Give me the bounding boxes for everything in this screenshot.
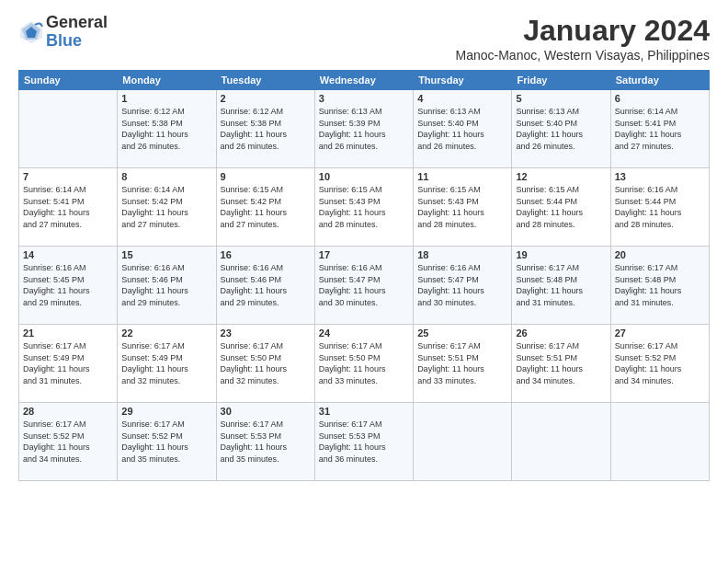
table-row: 14Sunrise: 6:16 AM Sunset: 5:45 PM Dayli…: [19, 247, 118, 325]
table-row: 26Sunrise: 6:17 AM Sunset: 5:51 PM Dayli…: [512, 325, 610, 403]
day-info: Sunrise: 6:17 AM Sunset: 5:49 PM Dayligh…: [23, 340, 113, 386]
day-info: Sunrise: 6:14 AM Sunset: 5:41 PM Dayligh…: [23, 184, 113, 230]
header: General Blue January 2024 Manoc-Manoc, W…: [18, 14, 710, 63]
day-info: Sunrise: 6:17 AM Sunset: 5:52 PM Dayligh…: [615, 340, 705, 386]
day-number: 22: [121, 327, 211, 339]
day-number: 8: [121, 171, 211, 182]
logo-text: General Blue: [46, 14, 108, 51]
table-row: 31Sunrise: 6:17 AM Sunset: 5:53 PM Dayli…: [314, 403, 413, 481]
day-info: Sunrise: 6:13 AM Sunset: 5:40 PM Dayligh…: [417, 106, 507, 152]
day-info: Sunrise: 6:15 AM Sunset: 5:44 PM Dayligh…: [516, 184, 606, 230]
table-row: 23Sunrise: 6:17 AM Sunset: 5:50 PM Dayli…: [216, 325, 314, 403]
day-info: Sunrise: 6:17 AM Sunset: 5:52 PM Dayligh…: [23, 419, 113, 465]
table-row: 13Sunrise: 6:16 AM Sunset: 5:44 PM Dayli…: [610, 168, 709, 247]
day-number: 31: [319, 406, 409, 417]
day-number: 28: [23, 406, 113, 417]
day-number: 14: [23, 249, 113, 260]
day-info: Sunrise: 6:17 AM Sunset: 5:48 PM Dayligh…: [615, 262, 705, 308]
table-row: 1Sunrise: 6:12 AM Sunset: 5:38 PM Daylig…: [118, 90, 216, 168]
day-number: 17: [319, 249, 409, 260]
table-row: 17Sunrise: 6:16 AM Sunset: 5:47 PM Dayli…: [314, 247, 413, 325]
day-info: Sunrise: 6:17 AM Sunset: 5:51 PM Dayligh…: [516, 340, 606, 386]
day-number: 21: [23, 327, 113, 339]
day-info: Sunrise: 6:17 AM Sunset: 5:48 PM Dayligh…: [516, 262, 606, 308]
table-row: 6Sunrise: 6:14 AM Sunset: 5:41 PM Daylig…: [610, 90, 709, 168]
table-row: 21Sunrise: 6:17 AM Sunset: 5:49 PM Dayli…: [19, 325, 118, 403]
table-row: 28Sunrise: 6:17 AM Sunset: 5:52 PM Dayli…: [19, 403, 118, 481]
header-wednesday: Wednesday: [314, 71, 413, 90]
table-row: [19, 90, 118, 168]
table-row: 2Sunrise: 6:12 AM Sunset: 5:38 PM Daylig…: [216, 90, 314, 168]
calendar-week-row: 14Sunrise: 6:16 AM Sunset: 5:45 PM Dayli…: [19, 247, 710, 325]
day-info: Sunrise: 6:16 AM Sunset: 5:46 PM Dayligh…: [221, 262, 311, 308]
day-info: Sunrise: 6:16 AM Sunset: 5:47 PM Dayligh…: [319, 262, 409, 308]
day-number: 1: [121, 93, 211, 104]
day-number: 2: [221, 93, 311, 104]
day-info: Sunrise: 6:17 AM Sunset: 5:52 PM Dayligh…: [121, 419, 211, 465]
day-number: 20: [615, 249, 705, 260]
calendar-week-row: 1Sunrise: 6:12 AM Sunset: 5:38 PM Daylig…: [19, 90, 710, 168]
header-friday: Friday: [512, 71, 610, 90]
day-number: 6: [615, 93, 705, 104]
day-number: 13: [615, 171, 705, 182]
day-number: 11: [417, 171, 507, 182]
title-section: January 2024 Manoc-Manoc, Western Visaya…: [456, 14, 711, 63]
header-saturday: Saturday: [610, 71, 709, 90]
table-row: 25Sunrise: 6:17 AM Sunset: 5:51 PM Dayli…: [414, 325, 512, 403]
table-row: 10Sunrise: 6:15 AM Sunset: 5:43 PM Dayli…: [314, 168, 413, 247]
day-number: 27: [615, 327, 705, 339]
calendar-week-row: 21Sunrise: 6:17 AM Sunset: 5:49 PM Dayli…: [19, 325, 710, 403]
table-row: 29Sunrise: 6:17 AM Sunset: 5:52 PM Dayli…: [118, 403, 216, 481]
day-info: Sunrise: 6:15 AM Sunset: 5:42 PM Dayligh…: [221, 184, 311, 230]
table-row: [512, 403, 610, 481]
calendar-week-row: 7Sunrise: 6:14 AM Sunset: 5:41 PM Daylig…: [19, 168, 710, 247]
logo-icon: [18, 19, 44, 45]
day-info: Sunrise: 6:14 AM Sunset: 5:41 PM Dayligh…: [615, 106, 705, 152]
day-number: 3: [319, 93, 409, 104]
page: General Blue January 2024 Manoc-Manoc, W…: [0, 0, 728, 563]
table-row: 24Sunrise: 6:17 AM Sunset: 5:50 PM Dayli…: [314, 325, 413, 403]
table-row: 18Sunrise: 6:16 AM Sunset: 5:47 PM Dayli…: [414, 247, 512, 325]
day-info: Sunrise: 6:12 AM Sunset: 5:38 PM Dayligh…: [221, 106, 311, 152]
logo: General Blue: [18, 14, 108, 51]
day-number: 12: [516, 171, 606, 182]
day-info: Sunrise: 6:15 AM Sunset: 5:43 PM Dayligh…: [417, 184, 507, 230]
day-number: 25: [417, 327, 507, 339]
table-row: 27Sunrise: 6:17 AM Sunset: 5:52 PM Dayli…: [610, 325, 709, 403]
logo-general-text: General: [46, 14, 108, 32]
header-thursday: Thursday: [414, 71, 512, 90]
table-row: 12Sunrise: 6:15 AM Sunset: 5:44 PM Dayli…: [512, 168, 610, 247]
logo-blue-text: Blue: [46, 32, 108, 51]
table-row: 5Sunrise: 6:13 AM Sunset: 5:40 PM Daylig…: [512, 90, 610, 168]
day-info: Sunrise: 6:13 AM Sunset: 5:39 PM Dayligh…: [319, 106, 409, 152]
day-info: Sunrise: 6:17 AM Sunset: 5:50 PM Dayligh…: [319, 340, 409, 386]
table-row: 15Sunrise: 6:16 AM Sunset: 5:46 PM Dayli…: [118, 247, 216, 325]
day-info: Sunrise: 6:17 AM Sunset: 5:53 PM Dayligh…: [221, 419, 311, 465]
day-number: 9: [221, 171, 311, 182]
day-number: 19: [516, 249, 606, 260]
header-sunday: Sunday: [19, 71, 118, 90]
day-info: Sunrise: 6:13 AM Sunset: 5:40 PM Dayligh…: [516, 106, 606, 152]
day-info: Sunrise: 6:12 AM Sunset: 5:38 PM Dayligh…: [121, 106, 211, 152]
table-row: 3Sunrise: 6:13 AM Sunset: 5:39 PM Daylig…: [314, 90, 413, 168]
table-row: 9Sunrise: 6:15 AM Sunset: 5:42 PM Daylig…: [216, 168, 314, 247]
table-row: 11Sunrise: 6:15 AM Sunset: 5:43 PM Dayli…: [414, 168, 512, 247]
day-number: 5: [516, 93, 606, 104]
day-number: 10: [319, 171, 409, 182]
calendar-table: Sunday Monday Tuesday Wednesday Thursday…: [18, 70, 710, 481]
day-number: 18: [417, 249, 507, 260]
month-title: January 2024: [456, 14, 711, 48]
day-number: 24: [319, 327, 409, 339]
table-row: 30Sunrise: 6:17 AM Sunset: 5:53 PM Dayli…: [216, 403, 314, 481]
table-row: [414, 403, 512, 481]
day-number: 30: [221, 406, 311, 417]
table-row: 22Sunrise: 6:17 AM Sunset: 5:49 PM Dayli…: [118, 325, 216, 403]
day-info: Sunrise: 6:16 AM Sunset: 5:46 PM Dayligh…: [121, 262, 211, 308]
day-number: 26: [516, 327, 606, 339]
calendar-week-row: 28Sunrise: 6:17 AM Sunset: 5:52 PM Dayli…: [19, 403, 710, 481]
table-row: [610, 403, 709, 481]
header-monday: Monday: [118, 71, 216, 90]
day-number: 15: [121, 249, 211, 260]
day-info: Sunrise: 6:16 AM Sunset: 5:45 PM Dayligh…: [23, 262, 113, 308]
table-row: 20Sunrise: 6:17 AM Sunset: 5:48 PM Dayli…: [610, 247, 709, 325]
